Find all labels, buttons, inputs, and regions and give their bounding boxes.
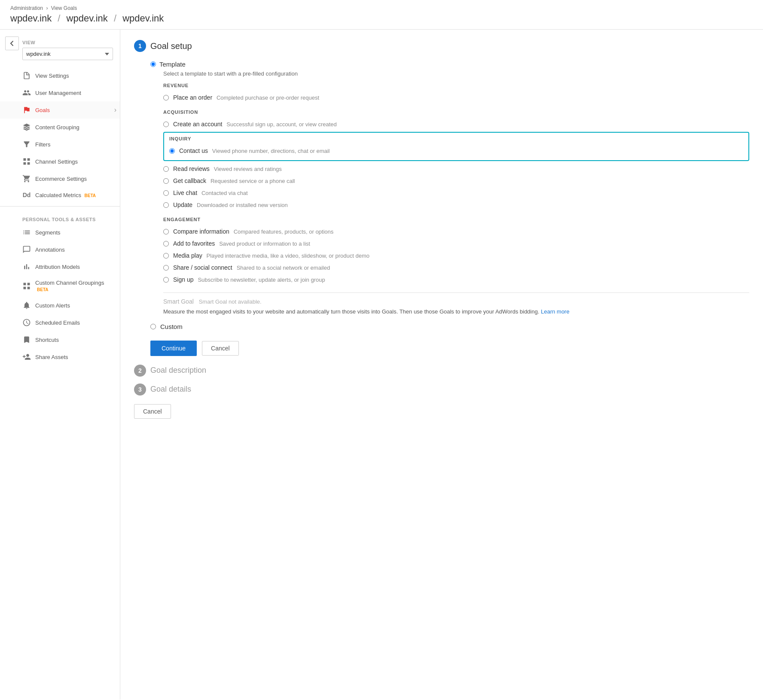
contact-us-radio[interactable] — [169, 148, 175, 154]
sidebar-item-user-management[interactable]: User Management — [0, 84, 120, 101]
sidebar-item-custom-channel-groupings[interactable]: Custom Channel Groupings BETA — [0, 275, 120, 297]
page-title: wpdev.ink / wpdev.ink / wpdev.ink — [10, 13, 753, 24]
annotations-icon — [22, 245, 31, 254]
update-label[interactable]: Update Downloaded or installed new versi… — [173, 201, 288, 208]
contact-us-label[interactable]: Contact us Viewed phone number, directio… — [179, 147, 330, 154]
bell-icon — [22, 301, 31, 310]
get-callback-radio[interactable] — [163, 178, 169, 184]
sidebar-item-label: Calculated Metrics BETA — [35, 192, 96, 198]
goal-option-place-order: Place an order Completed purchase or pre… — [163, 91, 749, 103]
sidebar-item-label: Goals — [35, 107, 50, 113]
sidebar-item-content-grouping[interactable]: Content Grouping — [0, 119, 120, 136]
sidebar-item-goals[interactable]: Goals — [0, 101, 120, 119]
media-play-radio[interactable] — [163, 253, 169, 259]
cancel-inline-button[interactable]: Cancel — [202, 341, 239, 356]
goal-option-add-favorites: Add to favorites Saved product or inform… — [163, 237, 749, 250]
template-radio[interactable] — [150, 61, 156, 67]
goal-setup-header: 1 Goal setup — [134, 40, 749, 52]
step3-circle: 3 — [134, 383, 146, 396]
template-body: REVENUE Place an order Completed purchas… — [163, 83, 749, 316]
sidebar-item-custom-alerts[interactable]: Custom Alerts — [0, 297, 120, 314]
add-favorites-radio[interactable] — [163, 241, 169, 247]
custom-radio-label[interactable]: Custom — [160, 323, 183, 330]
place-order-label[interactable]: Place an order Completed purchase or pre… — [173, 94, 319, 101]
goal-option-media-play: Media play Played interactive media, lik… — [163, 250, 749, 262]
breadcrumb: Administration › View Goals — [10, 5, 753, 11]
dd-icon: Dd — [22, 192, 31, 198]
create-account-radio[interactable] — [163, 122, 169, 127]
goal-details-header: 3 Goal details — [134, 383, 749, 396]
filter-icon — [22, 140, 31, 149]
sidebar-item-view-settings[interactable]: View Settings — [0, 67, 120, 84]
template-radio-label[interactable]: Template — [159, 61, 186, 68]
get-callback-label[interactable]: Get callback Requested service or a phon… — [173, 177, 295, 184]
bottom-cancel-section: Cancel — [134, 404, 749, 419]
step2-circle: 2 — [134, 365, 146, 377]
sidebar-item-label: Attribution Models — [35, 264, 80, 270]
sidebar-item-label: Custom Alerts — [35, 302, 70, 309]
back-button[interactable] — [5, 37, 19, 50]
main-content: 1 Goal setup Template Select a template … — [120, 30, 763, 700]
person-add-icon — [22, 353, 31, 361]
place-order-radio[interactable] — [163, 95, 169, 100]
sidebar-item-segments[interactable]: Segments — [0, 224, 120, 241]
sign-up-label[interactable]: Sign up Subscribe to newsletter, update … — [173, 276, 325, 283]
page-title-part1: wpdev.ink — [10, 13, 52, 24]
sidebar-item-scheduled-emails[interactable]: Scheduled Emails — [0, 314, 120, 331]
learn-more-link[interactable]: Learn more — [541, 308, 569, 315]
template-section: Template Select a template to start with… — [150, 61, 749, 356]
sidebar-item-ecommerce-settings[interactable]: Ecommerce Settings — [0, 170, 120, 187]
grid2-icon — [22, 282, 31, 290]
view-select[interactable]: wpdev.ink — [22, 48, 113, 60]
create-account-label[interactable]: Create an account Successful sign up, ac… — [173, 121, 337, 128]
sidebar-item-label: Annotations — [35, 247, 65, 253]
users-icon — [22, 88, 31, 97]
sign-up-radio[interactable] — [163, 277, 169, 283]
sidebar-item-shortcuts[interactable]: Shortcuts — [0, 331, 120, 348]
sidebar-item-label: Shortcuts — [35, 337, 59, 343]
sidebar-item-calculated-metrics[interactable]: Dd Calculated Metrics BETA — [0, 187, 120, 203]
read-reviews-label[interactable]: Read reviews Viewed reviews and ratings — [173, 165, 282, 172]
step1-circle: 1 — [134, 40, 146, 52]
breadcrumb-separator: › — [46, 5, 49, 11]
inquiry-box: INQUIRY Contact us Viewed phone number, … — [163, 132, 749, 161]
goal-description-title: Goal description — [150, 366, 206, 375]
inquiry-category-label: INQUIRY — [169, 136, 743, 141]
sidebar-item-share-assets[interactable]: Share Assets — [0, 348, 120, 365]
goal-option-live-chat: Live chat Contacted via chat — [163, 187, 749, 199]
sidebar-item-annotations[interactable]: Annotations — [0, 241, 120, 258]
live-chat-radio[interactable] — [163, 190, 169, 196]
compare-info-radio[interactable] — [163, 229, 169, 234]
smart-goal-title: Smart Goal Smart Goal not available. — [163, 298, 749, 305]
bar-chart-icon — [22, 262, 31, 271]
sidebar-item-attribution-models[interactable]: Attribution Models — [0, 258, 120, 275]
page-title-part3: wpdev.ink — [122, 13, 164, 24]
revenue-category-label: REVENUE — [163, 83, 749, 88]
custom-radio[interactable] — [150, 324, 156, 329]
live-chat-label[interactable]: Live chat Contacted via chat — [173, 189, 248, 196]
clock-icon — [22, 318, 31, 327]
cancel-bottom-button[interactable]: Cancel — [134, 404, 171, 419]
sidebar-item-label: Filters — [35, 141, 50, 148]
media-play-label[interactable]: Media play Played interactive media, lik… — [173, 252, 369, 259]
sidebar-item-filters[interactable]: Filters — [0, 136, 120, 153]
update-radio[interactable] — [163, 202, 169, 208]
acquisition-category-label: ACQUISITION — [163, 110, 749, 115]
goal-description-header: 2 Goal description — [134, 365, 749, 377]
add-favorites-label[interactable]: Add to favorites Saved product or inform… — [173, 240, 310, 247]
sidebar: VIEW wpdev.ink View Settings User Manage… — [0, 30, 120, 700]
share-social-radio[interactable] — [163, 265, 169, 271]
title-sep1: / — [58, 13, 63, 24]
continue-button[interactable]: Continue — [150, 341, 197, 356]
sidebar-item-channel-settings[interactable]: Channel Settings — [0, 153, 120, 170]
beta-badge: BETA — [37, 287, 48, 292]
share-social-label[interactable]: Share / social connect Shared to a socia… — [173, 264, 330, 271]
read-reviews-radio[interactable] — [163, 166, 169, 172]
template-description: Select a template to start with a pre-fi… — [163, 70, 749, 77]
goal-option-contact-us: Contact us Viewed phone number, directio… — [169, 145, 743, 157]
goal-details-title: Goal details — [150, 385, 191, 394]
compare-info-label[interactable]: Compare information Compared features, p… — [173, 228, 333, 235]
sidebar-item-label: Share Assets — [35, 354, 68, 360]
sidebar-item-label: View Settings — [35, 73, 69, 79]
goal-setup-title: Goal setup — [150, 41, 192, 51]
